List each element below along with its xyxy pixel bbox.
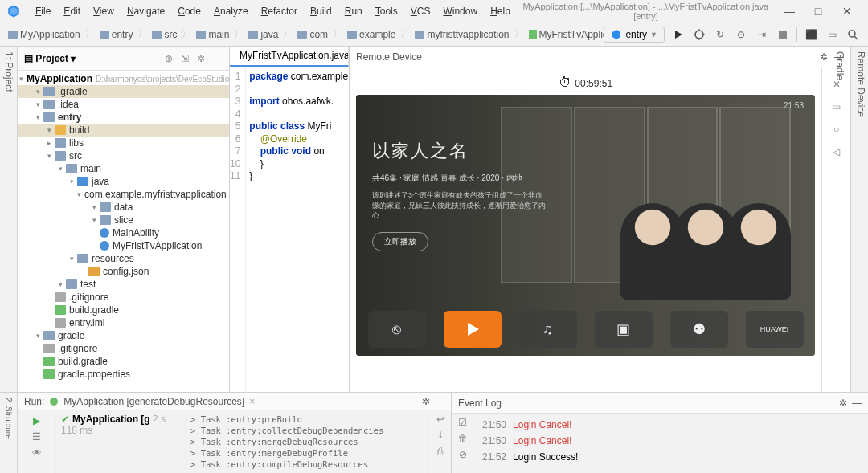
menu-edit[interactable]: Edit xyxy=(57,6,87,17)
breadcrumb-item[interactable]: myfristtvapplication xyxy=(411,27,512,42)
tree-node[interactable]: ▾build xyxy=(18,124,229,137)
tree-node[interactable]: ▾test xyxy=(18,278,229,291)
menu-code[interactable]: Code xyxy=(171,6,207,17)
log-output[interactable]: 21:50Login Cancel!21:50Login Cancel!21:5… xyxy=(474,414,868,473)
tree-node[interactable]: ▾gradle xyxy=(18,329,229,342)
tree-root[interactable]: ▾MyApplicationD:\harmonyos\projects\DevE… xyxy=(18,72,229,85)
remote-settings-icon[interactable]: ✲ xyxy=(820,51,828,63)
project-view-dropdown[interactable]: ▤ Project ▾ xyxy=(24,53,76,64)
maximize-button[interactable]: □ xyxy=(804,5,833,18)
tree-node[interactable]: gradle.properties xyxy=(18,368,229,381)
filter-icon[interactable]: ☰ xyxy=(32,431,41,442)
avd-button[interactable]: ▭ xyxy=(821,26,842,43)
menu-navigate[interactable]: Navigate xyxy=(121,6,171,17)
menu-build[interactable]: Build xyxy=(304,6,338,17)
tree-node[interactable]: config.json xyxy=(18,265,229,278)
breadcrumb-item[interactable]: example xyxy=(344,27,399,42)
run-tree[interactable]: MyApplication [g 2 s 118 ms xyxy=(56,410,185,473)
menu-refactor[interactable]: Refactor xyxy=(255,6,304,17)
tree-node[interactable]: ▾src xyxy=(18,149,229,162)
breadcrumb[interactable]: MyApplication〉entry〉src〉main〉java〉com〉ex… xyxy=(5,27,604,42)
project-tree[interactable]: ▾MyApplicationD:\harmonyos\projects\DevE… xyxy=(18,71,229,392)
run-config-dropdown[interactable]: entry ▼ xyxy=(604,27,665,43)
attach-button[interactable]: ⇥ xyxy=(751,26,772,43)
dock-play-button[interactable] xyxy=(444,311,502,348)
tree-node[interactable]: .gitignore xyxy=(18,342,229,355)
remote-back-icon[interactable]: ◁ xyxy=(833,146,840,157)
debug-button[interactable] xyxy=(689,26,710,43)
right-tool-strip[interactable]: Remote DeviceGradle xyxy=(850,47,868,392)
coverage-button[interactable]: ↻ xyxy=(710,26,731,43)
menu-vcs[interactable]: VCS xyxy=(404,6,437,17)
tree-node[interactable]: ▾com.example.myfristtvapplication xyxy=(18,188,229,201)
tree-node[interactable]: MyFristTvApplication xyxy=(18,239,229,252)
dock-cast-button[interactable]: ▣ xyxy=(595,311,653,348)
dock-music-button[interactable]: ♫ xyxy=(519,311,577,348)
locate-icon[interactable]: ⊕ xyxy=(163,53,174,64)
dock-profile-button[interactable]: ⚉ xyxy=(670,311,728,348)
menu-analyze[interactable]: Analyze xyxy=(207,6,255,17)
rerun-icon[interactable]: ▶ xyxy=(33,415,40,426)
code-area[interactable]: package com.exampleimport ohos.aafwk.pub… xyxy=(246,67,349,392)
run-settings-icon[interactable]: ✲ xyxy=(422,396,430,407)
tree-node[interactable]: MainAbility xyxy=(18,226,229,239)
trash-icon[interactable]: 🗑 xyxy=(458,433,468,444)
log-settings-icon[interactable]: ✲ xyxy=(839,398,847,409)
breadcrumb-item[interactable]: entry xyxy=(96,27,137,42)
soft-wrap-icon[interactable]: ↩ xyxy=(436,414,444,425)
menu-file[interactable]: File xyxy=(29,6,57,17)
sync-button[interactable]: ⬛ xyxy=(800,26,821,43)
remote-home-icon[interactable]: ○ xyxy=(833,124,839,135)
tree-node[interactable]: ▾data xyxy=(18,201,229,214)
stop-log-icon[interactable]: ⊘ xyxy=(459,449,467,460)
device-screen[interactable]: 21:53 以家人之名 共46集 · 家庭 情感 青春 成长 · 2020 · … xyxy=(356,95,815,356)
run-button[interactable] xyxy=(668,26,689,43)
remote-close-icon[interactable]: ✕ xyxy=(833,79,841,90)
menu-window[interactable]: Window xyxy=(436,6,484,17)
run-hide-icon[interactable]: — xyxy=(435,396,444,407)
breadcrumb-item[interactable]: MyApplication xyxy=(5,27,84,42)
search-button[interactable] xyxy=(842,26,863,43)
menu-run[interactable]: Run xyxy=(338,6,369,17)
menu-help[interactable]: Help xyxy=(484,6,517,17)
run-output[interactable]: > Task :entry:preBuild> Task :entry:coll… xyxy=(185,410,428,473)
menu-tools[interactable]: Tools xyxy=(369,6,404,17)
breadcrumb-item[interactable]: main xyxy=(193,27,232,42)
tree-node[interactable]: build.gradle xyxy=(18,304,229,316)
tree-node[interactable]: ▾java xyxy=(18,175,229,188)
stop-button[interactable] xyxy=(772,26,793,43)
tree-node[interactable]: ▸libs xyxy=(18,137,229,149)
editor-tab[interactable]: MyFristTvApplication.java× xyxy=(230,47,349,67)
print-icon[interactable]: ⎙ xyxy=(437,446,443,457)
breadcrumb-item[interactable]: src xyxy=(149,27,180,42)
minimize-button[interactable]: — xyxy=(775,5,804,18)
left-tool-strip[interactable]: 1: Project xyxy=(0,47,18,392)
dock-exit-button[interactable]: ⎋ xyxy=(368,311,426,348)
tree-node[interactable]: .gitignore xyxy=(18,291,229,304)
eye-icon[interactable]: 👁 xyxy=(32,447,42,459)
breadcrumb-item[interactable]: com xyxy=(294,27,331,42)
breadcrumb-item[interactable]: MyFristTvApplication xyxy=(526,27,604,42)
profile-button[interactable]: ⊙ xyxy=(731,26,751,43)
hide-icon[interactable]: — xyxy=(211,53,223,64)
settings-icon[interactable]: ✲ xyxy=(195,53,207,64)
tree-node[interactable]: ▾.idea xyxy=(18,98,229,111)
scroll-end-icon[interactable]: ⤓ xyxy=(436,430,444,441)
tree-node[interactable]: ▾resources xyxy=(18,252,229,265)
close-button[interactable]: ✕ xyxy=(833,5,862,18)
log-hide-icon[interactable]: — xyxy=(852,398,862,409)
remote-rotate-icon[interactable]: ▭ xyxy=(832,101,841,112)
dock-huawei-button[interactable]: HUAWEI xyxy=(746,311,804,348)
left-tool-strip-bottom[interactable]: 2: Structure xyxy=(0,393,18,473)
tree-node[interactable]: build.gradle xyxy=(18,355,229,368)
play-now-button[interactable]: 立即播放 xyxy=(372,232,428,251)
menu-view[interactable]: View xyxy=(87,6,121,17)
tree-node[interactable]: ▾slice xyxy=(18,214,229,226)
editor-body[interactable]: 12345671011 package com.exampleimport oh… xyxy=(230,67,349,392)
tree-node[interactable]: ▾.gradle xyxy=(18,85,229,98)
close-run-icon[interactable]: × xyxy=(249,396,255,407)
tree-node[interactable]: ▾main xyxy=(18,162,229,175)
expand-icon[interactable]: ⇲ xyxy=(179,53,190,64)
tree-node[interactable]: entry.iml xyxy=(18,316,229,329)
tree-node[interactable]: ▾entry xyxy=(18,111,229,124)
